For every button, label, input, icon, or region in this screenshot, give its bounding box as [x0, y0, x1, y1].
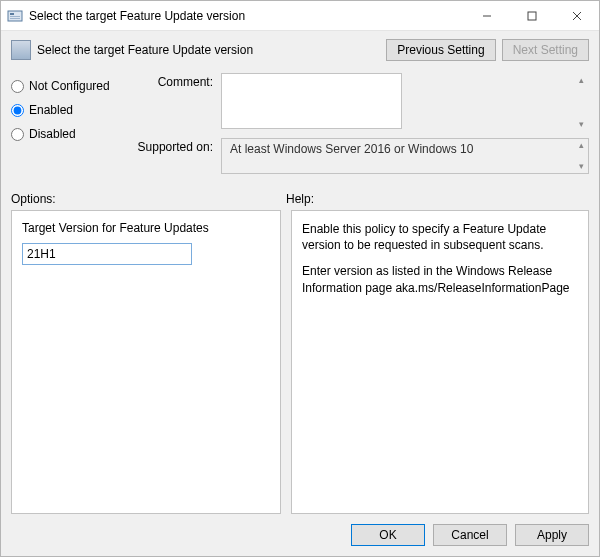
ok-button[interactable]: OK — [351, 524, 425, 546]
maximize-button[interactable] — [509, 1, 554, 30]
target-version-input[interactable] — [22, 243, 192, 265]
options-section-label: Options: — [11, 192, 286, 206]
comment-textarea[interactable] — [221, 73, 402, 129]
dialog-footer: OK Cancel Apply — [1, 514, 599, 556]
supported-on-value: At least Windows Server 2016 or Windows … — [221, 138, 589, 174]
radio-not-configured[interactable]: Not Configured — [11, 79, 131, 93]
svg-rect-2 — [10, 16, 20, 17]
scroll-up-icon[interactable]: ▴ — [576, 76, 586, 85]
radio-enabled-label: Enabled — [29, 103, 73, 117]
radio-not-configured-input[interactable] — [11, 80, 24, 93]
radio-disabled-label: Disabled — [29, 127, 76, 141]
dialog-window: Select the target Feature Update version… — [0, 0, 600, 557]
scroll-down-icon[interactable]: ▾ — [576, 120, 586, 129]
supported-on-label: Supported on: — [131, 138, 221, 174]
svg-rect-5 — [528, 12, 536, 20]
policy-title: Select the target Feature Update version — [37, 43, 380, 57]
comment-label: Comment: — [131, 73, 221, 132]
state-radio-group: Not Configured Enabled Disabled — [11, 73, 131, 180]
panels-row: Target Version for Feature Updates Enabl… — [1, 210, 599, 514]
help-paragraph-2: Enter version as listed in the Windows R… — [302, 263, 578, 295]
window-title: Select the target Feature Update version — [29, 9, 464, 23]
section-labels: Options: Help: — [1, 186, 599, 210]
next-setting-button[interactable]: Next Setting — [502, 39, 589, 61]
close-button[interactable] — [554, 1, 599, 30]
config-fields: Comment: ▴ ▾ Supported on: At least Wind… — [131, 73, 589, 180]
options-panel: Target Version for Feature Updates — [11, 210, 281, 514]
titlebar[interactable]: Select the target Feature Update version — [1, 1, 599, 31]
maximize-icon — [527, 11, 537, 21]
close-icon — [572, 11, 582, 21]
radio-not-configured-label: Not Configured — [29, 79, 110, 93]
help-paragraph-1: Enable this policy to specify a Feature … — [302, 221, 578, 253]
config-row: Not Configured Enabled Disabled Comment:… — [1, 73, 599, 186]
policy-icon — [11, 40, 31, 60]
svg-rect-1 — [10, 13, 14, 15]
scroll-down-icon[interactable]: ▾ — [576, 162, 586, 171]
help-panel: Enable this policy to specify a Feature … — [291, 210, 589, 514]
help-section-label: Help: — [286, 192, 589, 206]
window-control-buttons — [464, 1, 599, 30]
target-version-label: Target Version for Feature Updates — [22, 221, 270, 235]
previous-setting-button[interactable]: Previous Setting — [386, 39, 495, 61]
radio-enabled-input[interactable] — [11, 104, 24, 117]
scroll-up-icon[interactable]: ▴ — [576, 141, 586, 150]
cancel-button[interactable]: Cancel — [433, 524, 507, 546]
minimize-icon — [482, 11, 492, 21]
radio-enabled[interactable]: Enabled — [11, 103, 131, 117]
header-row: Select the target Feature Update version… — [1, 31, 599, 73]
group-policy-icon — [7, 8, 23, 24]
apply-button[interactable]: Apply — [515, 524, 589, 546]
radio-disabled-input[interactable] — [11, 128, 24, 141]
radio-disabled[interactable]: Disabled — [11, 127, 131, 141]
svg-rect-3 — [10, 18, 20, 19]
minimize-button[interactable] — [464, 1, 509, 30]
